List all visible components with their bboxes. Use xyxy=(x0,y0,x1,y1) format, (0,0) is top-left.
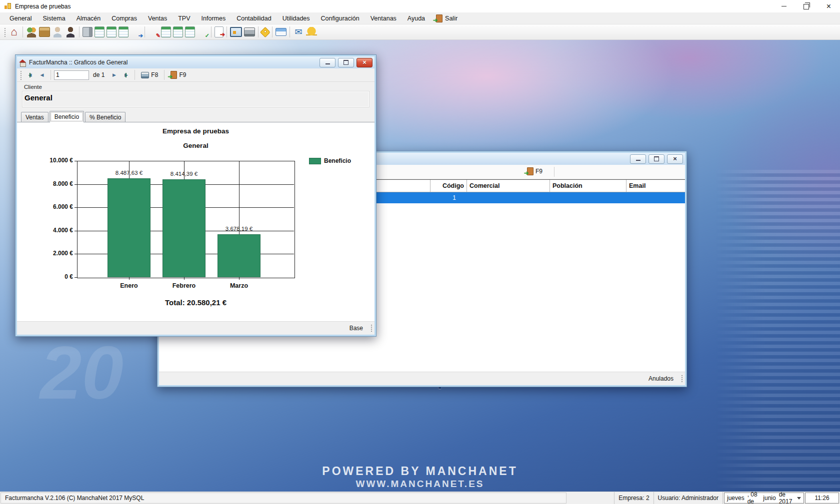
agent-icon[interactable] xyxy=(65,26,76,37)
menu-contabilidad[interactable]: Contabilidad xyxy=(231,13,277,23)
package-icon[interactable] xyxy=(39,27,50,37)
clients-f9-exit-button[interactable]: F9 xyxy=(524,166,546,176)
next-record-button[interactable]: ▶ xyxy=(108,70,120,80)
close-icon: × xyxy=(673,156,677,162)
last-record-button[interactable]: ▶ xyxy=(120,70,132,80)
chart-window-titlebar[interactable]: FacturMancha :: Graficos de General × xyxy=(17,56,374,68)
date-part: junio xyxy=(763,495,776,502)
clients-minimize-button[interactable] xyxy=(630,154,646,164)
menu-general[interactable]: General xyxy=(4,13,37,23)
house-icon xyxy=(19,59,26,66)
close-button[interactable]: × xyxy=(818,0,840,12)
chart-close-button[interactable]: × xyxy=(356,58,372,67)
menu-tpv[interactable]: TPV xyxy=(172,13,196,23)
chart-window-title: FacturMancha :: Graficos de General xyxy=(29,59,128,66)
record-count-label: de 1 xyxy=(93,71,104,78)
minimize-button[interactable] xyxy=(772,0,795,12)
first-record-button[interactable]: ◀ xyxy=(24,70,36,80)
chevron-down-icon[interactable] xyxy=(797,497,801,500)
customer-icon[interactable] xyxy=(52,26,63,37)
column-header-poblacion[interactable]: Población xyxy=(550,180,626,192)
menu-ventas[interactable]: Ventas xyxy=(142,13,172,23)
clock: 11:26 xyxy=(805,493,839,504)
order2-doc-icon[interactable] xyxy=(161,26,171,37)
date-dropdown[interactable]: jueves, 08 dejuniode 2017 xyxy=(724,493,804,504)
clients-maximize-button[interactable] xyxy=(648,154,664,164)
menu-ayuda[interactable]: Ayuda xyxy=(402,13,430,23)
toolbar-separator xyxy=(226,26,227,37)
maximize-icon xyxy=(344,60,348,65)
date-part: de 2017 xyxy=(779,491,794,504)
background-coin-stacks xyxy=(715,170,840,492)
toolbar-separator xyxy=(258,26,258,37)
safe-icon[interactable] xyxy=(82,27,92,37)
menu-utilidades[interactable]: Utilidades xyxy=(277,13,316,23)
app-titlebar[interactable]: Empresa de pruebas × xyxy=(0,0,840,12)
delivery2-doc-icon[interactable] xyxy=(173,26,183,37)
tab--beneficio[interactable]: % Beneficio xyxy=(85,112,126,122)
menu-informes[interactable]: Informes xyxy=(196,13,232,23)
chart-maximize-button[interactable] xyxy=(338,58,354,67)
tab-beneficio[interactable]: Beneficio xyxy=(50,111,84,122)
menu-almacen[interactable]: Almacén xyxy=(71,13,106,23)
card-icon[interactable] xyxy=(276,28,286,36)
column-header-email[interactable]: Email xyxy=(626,180,685,192)
menu-salir[interactable]: Salir xyxy=(430,13,463,24)
mail-icon[interactable] xyxy=(293,26,304,37)
menu-ventanas[interactable]: Ventanas xyxy=(365,13,402,23)
home-icon[interactable] xyxy=(8,26,20,37)
menu-item-label: Configuración xyxy=(321,15,360,22)
export-doc-icon[interactable] xyxy=(214,26,224,37)
invoice-doc-icon[interactable] xyxy=(130,26,142,37)
previous-record-button[interactable]: ◀ xyxy=(36,70,48,80)
exit-f9-button[interactable]: F9 xyxy=(168,70,189,80)
approved-doc-icon[interactable] xyxy=(197,26,208,37)
bell-icon[interactable] xyxy=(306,26,317,37)
record-number-input[interactable] xyxy=(54,70,89,80)
display-icon[interactable] xyxy=(230,27,242,37)
budget-doc-icon[interactable] xyxy=(94,26,104,37)
y-axis-tick-label: 2.000 € xyxy=(35,250,73,257)
bar-chart: 0 €2.000 €4.000 €6.000 €8.000 €10.000 €8… xyxy=(17,122,374,321)
chart-minimize-button[interactable] xyxy=(320,58,336,67)
invoice2-doc-icon[interactable] xyxy=(185,26,195,37)
toolbar-grip[interactable] xyxy=(4,27,6,37)
delivery-doc-icon[interactable] xyxy=(118,26,128,37)
users-icon[interactable] xyxy=(26,26,37,37)
menu-compras[interactable]: Compras xyxy=(106,13,142,23)
order-doc-icon[interactable] xyxy=(106,26,116,37)
minimize-icon xyxy=(326,63,330,64)
column-header-comercial[interactable]: Comercial xyxy=(467,180,550,192)
column-header-codigo[interactable]: Código xyxy=(430,180,467,192)
menu-sistema[interactable]: Sistema xyxy=(37,13,70,23)
navigator-grip[interactable] xyxy=(20,70,22,80)
y-axis-tick-label: 4.000 € xyxy=(35,227,73,234)
close-icon: × xyxy=(826,2,831,10)
exit-door-icon[interactable] xyxy=(319,26,330,37)
resize-grip[interactable] xyxy=(370,324,373,333)
print-f8-button[interactable]: F8 xyxy=(138,70,161,80)
restore-button[interactable] xyxy=(795,0,818,12)
bar-value-label: 8.414,39 € xyxy=(154,171,214,177)
x-axis-tick xyxy=(239,277,240,280)
edit-doc-icon[interactable] xyxy=(148,26,159,37)
menu-item-label: Sistema xyxy=(42,15,65,22)
main-toolbar xyxy=(0,24,840,40)
resize-grip[interactable] xyxy=(680,374,684,383)
toolbar-separator xyxy=(272,26,272,37)
x-axis-tick xyxy=(184,277,184,280)
usuario-status: Usuario: Administrador xyxy=(654,492,723,504)
toolbar-separator xyxy=(144,26,145,37)
clients-close-button[interactable]: × xyxy=(667,154,683,164)
toolbar-separator xyxy=(211,26,212,37)
x-axis-tick xyxy=(129,277,130,280)
printer-icon[interactable] xyxy=(244,27,255,36)
toolbar-separator xyxy=(79,26,80,37)
tab-ventas[interactable]: Ventas xyxy=(21,112,48,122)
menu-configuracion[interactable]: Configuración xyxy=(316,13,365,23)
chart-statusbar: Base xyxy=(17,321,374,335)
separator xyxy=(50,70,51,80)
menu-item-label: Utilidades xyxy=(282,15,310,22)
tag-icon[interactable] xyxy=(260,26,270,37)
bar-marzo xyxy=(218,234,260,277)
